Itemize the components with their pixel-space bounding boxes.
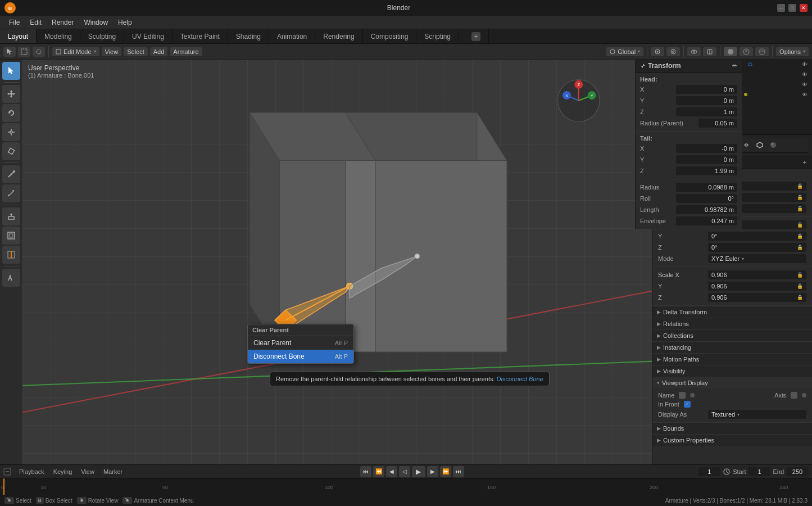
tab-scripting[interactable]: Scripting (416, 29, 459, 43)
camera-eye-icon[interactable]: 👁 (802, 61, 808, 67)
stop-btn[interactable]: ▶ (412, 466, 425, 477)
add-menu[interactable]: Add (150, 47, 168, 56)
menu-render[interactable]: Render (47, 17, 78, 28)
tab-animation[interactable]: Animation (269, 29, 315, 43)
tab-shading[interactable]: Shading (228, 29, 269, 43)
scale-y-value[interactable]: 0.906 🔒 (708, 282, 806, 291)
view-menu[interactable]: View (102, 47, 122, 56)
radius-parent-value[interactable]: 0.05 m (698, 119, 737, 128)
prop-icon-material[interactable] (767, 139, 779, 151)
edit-mode-dropdown[interactable]: Edit Mode ▾ (52, 47, 99, 56)
mode-icon-cursor[interactable] (3, 47, 16, 57)
shading-solid[interactable] (724, 47, 737, 56)
length-value[interactable]: 0.98782 m (676, 205, 737, 214)
proportional-btn[interactable] (666, 47, 680, 56)
add-workspace-button[interactable]: + (459, 29, 489, 43)
mode-icon-box[interactable] (18, 47, 30, 57)
current-frame-input[interactable]: 1 (698, 467, 720, 476)
axis-checkbox[interactable] (791, 392, 797, 399)
mode-icon-lasso[interactable] (33, 47, 45, 57)
rotate-tool[interactable] (2, 104, 20, 122)
transform-tool[interactable] (2, 142, 20, 160)
tail-x-value[interactable]: -0 m (676, 144, 737, 153)
bounds-header[interactable]: ▶ Bounds (652, 422, 812, 434)
door2-eye-icon[interactable]: 👁 (802, 82, 808, 88)
shading-material[interactable] (740, 47, 753, 56)
delta-transform-header[interactable]: ▶ Delta Transform (652, 306, 812, 318)
armature-menu[interactable]: Armature (170, 47, 202, 56)
roll-value[interactable]: 0° (676, 194, 737, 203)
relations-header[interactable]: ▶ Relations (652, 318, 812, 329)
head-x-value[interactable]: 0 m (676, 85, 737, 94)
envelope-value[interactable]: 0.247 m (676, 216, 737, 225)
menu-file[interactable]: File (4, 17, 24, 28)
start-frame-input[interactable]: 1 (748, 467, 770, 476)
scale-x-value[interactable]: 0.906 🔒 (708, 270, 806, 279)
reverse-play-btn[interactable]: ◁ (399, 466, 410, 477)
head-z-value[interactable]: 1 m (676, 107, 737, 116)
end-frame-input[interactable]: 250 (786, 467, 809, 476)
select-tool[interactable] (2, 62, 20, 80)
options-dropdown[interactable]: Options ▾ (776, 47, 809, 56)
tab-sculpting[interactable]: Sculpting (80, 29, 124, 43)
prev-keyframe-btn[interactable]: ⏪ (373, 466, 384, 477)
move-tool[interactable] (2, 85, 20, 103)
paint-weight-tool[interactable] (2, 269, 20, 287)
shading-rendered[interactable] (755, 47, 769, 56)
viewport-3d[interactable]: X Y Z User Perspective (1) Armature : Bo… (22, 60, 674, 477)
door1-eye-icon[interactable]: 👁 (802, 71, 808, 78)
light-eye-icon[interactable]: 👁 (802, 92, 808, 98)
xray-btn[interactable] (703, 47, 716, 56)
menu-edit[interactable]: Edit (25, 17, 46, 28)
prop-icon-constraints[interactable] (740, 139, 752, 151)
display-as-dropdown[interactable]: Textured ▾ (708, 410, 806, 419)
scale-tool[interactable] (2, 123, 20, 141)
custom-props-header[interactable]: ▶ Custom Properties (652, 434, 812, 446)
maximize-button[interactable]: □ (788, 4, 796, 12)
rot-y-value[interactable]: 0° 🔒 (708, 232, 806, 241)
measure-tool[interactable] (2, 184, 20, 202)
disconnect-bone-item[interactable]: Disconnect Bone Alt P (248, 350, 353, 363)
rotation-mode-dropdown[interactable]: XYZ Euler ▾ (708, 254, 806, 263)
collections-header[interactable]: ▶ Collections (652, 329, 812, 341)
motion-paths-header[interactable]: ▶ Motion Paths (652, 353, 812, 365)
step-fwd-btn[interactable]: ▶ (427, 466, 438, 477)
marker-btn[interactable]: Marker (100, 467, 126, 476)
timeline-ruler[interactable]: 0 10 50 100 150 200 240 (0, 478, 812, 495)
visibility-header[interactable]: ▶ Visibility (652, 365, 812, 377)
jump-start-btn[interactable]: ⏮ (360, 466, 371, 477)
menu-help[interactable]: Help (114, 17, 137, 28)
head-y-value[interactable]: 0 m (676, 96, 737, 105)
rot-z-value[interactable]: 0° 🔒 (708, 243, 806, 252)
view-btn[interactable]: View (78, 467, 98, 476)
inset-tool[interactable] (2, 227, 20, 245)
scale-z-value[interactable]: 0.906 🔒 (708, 293, 806, 302)
next-keyframe-btn[interactable]: ⏩ (440, 466, 451, 477)
instancing-header[interactable]: ▶ Instancing (652, 341, 812, 353)
tab-modeling[interactable]: Modeling (37, 29, 80, 43)
tab-layout[interactable]: Layout (0, 29, 37, 43)
keying-btn[interactable]: Keying (50, 467, 76, 476)
tab-compositing[interactable]: Compositing (363, 29, 417, 43)
select-menu[interactable]: Select (124, 47, 148, 56)
window-controls[interactable]: — □ ✕ (777, 4, 808, 12)
global-dropdown[interactable]: Global ▾ (606, 47, 643, 56)
minimize-button[interactable]: — (777, 4, 785, 12)
prop-icon-data[interactable] (754, 139, 766, 151)
radius-value[interactable]: 0.0988 m (676, 183, 737, 192)
overlay-btn[interactable] (687, 47, 701, 56)
step-back-btn[interactable]: ◀ (386, 466, 397, 477)
viewport-display-header[interactable]: ▾ Viewport Display (652, 377, 812, 388)
playback-btn[interactable]: Playback (16, 467, 48, 476)
menu-window[interactable]: Window (79, 17, 112, 28)
tab-rendering[interactable]: Rendering (315, 29, 362, 43)
tail-y-value[interactable]: 0 m (676, 155, 737, 164)
tab-uv-editing[interactable]: UV Editing (124, 29, 173, 43)
close-button[interactable]: ✕ (800, 4, 808, 12)
tab-texture-paint[interactable]: Texture Paint (173, 29, 228, 43)
tail-z-value[interactable]: 1.99 m (676, 166, 737, 175)
extrude-tool[interactable] (2, 207, 20, 225)
in-front-checkbox[interactable]: ✓ (684, 401, 691, 408)
snap-btn[interactable] (651, 47, 664, 56)
loop-cut-tool[interactable] (2, 246, 20, 264)
